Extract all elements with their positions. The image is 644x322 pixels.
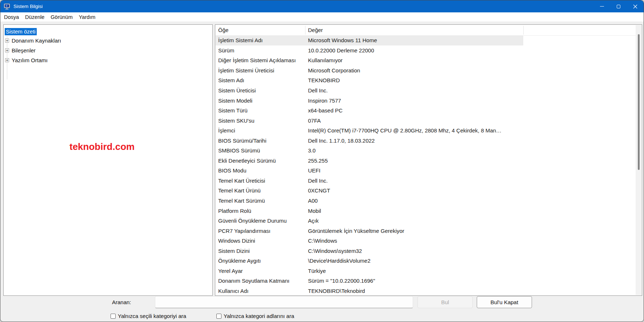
- category-tree-pane: Sistem özeti +Donanım Kaynakları+Bileşen…: [3, 24, 213, 296]
- table-row[interactable]: BIOS Sürümü/TarihiDell Inc. 1.17.0, 18.0…: [216, 135, 523, 146]
- table-row[interactable]: İşlemciIntel(R) Core(TM) i7-7700HQ CPU @…: [216, 126, 523, 136]
- row-item-label: Sürüm: [216, 47, 308, 53]
- checkbox-search-selected-category[interactable]: Yalnızca seçili kategoriyi ara: [111, 313, 186, 319]
- column-header-value[interactable]: Değer: [308, 27, 323, 33]
- table-row[interactable]: Kullanıcı AdıTEKNOBIRD\Teknobird: [216, 286, 523, 296]
- row-item-label: BIOS Modu: [216, 167, 308, 174]
- table-row[interactable]: Temel Kart SürümüA00: [216, 196, 523, 206]
- checkbox-search-category-names[interactable]: Yalnızca kategori adlarını ara: [216, 313, 294, 319]
- row-item-value: \Device\HarddiskVolume2: [308, 258, 373, 264]
- column-header-item[interactable]: Öğe: [218, 27, 228, 33]
- table-row[interactable]: Yerel AyarTürkiye: [216, 266, 523, 276]
- table-row[interactable]: Temel Kart Ürünü0XCNGT: [216, 186, 523, 196]
- table-row[interactable]: Sistem Türüx64-based PC: [216, 106, 523, 116]
- row-item-label: Temel Kart Ürünü: [216, 187, 308, 194]
- tree-item-sistem-ozeti[interactable]: Sistem özeti: [5, 28, 37, 35]
- row-item-label: PCR7 Yapılandırması: [216, 228, 308, 234]
- find-button[interactable]: Bul: [417, 296, 473, 308]
- table-row[interactable]: PCR7 YapılandırmasıGörüntülemek İçin Yük…: [216, 226, 523, 236]
- row-item-label: Sistem Adı: [216, 77, 308, 83]
- row-item-value: Açık: [308, 218, 321, 224]
- system-info-window: Sistem Bilgisi DosyaDüzenleGörünümYardım…: [0, 0, 644, 322]
- row-item-value: TEKNOBIRD\Teknobird: [308, 288, 367, 294]
- table-row[interactable]: Sistem DiziniC:\Windows\system32: [216, 246, 523, 256]
- table-row[interactable]: Temel Kart ÜreticisiDell Inc.: [216, 176, 523, 186]
- window-controls: [593, 0, 644, 12]
- row-item-label: Sistem Türü: [216, 107, 308, 114]
- row-item-value: Microsoft Corporation: [308, 67, 362, 73]
- scrollbar-thumb[interactable]: [638, 34, 640, 170]
- table-row[interactable]: Sistem SKU'su07FA: [216, 115, 523, 126]
- close-button[interactable]: [627, 0, 644, 12]
- expand-plus-icon[interactable]: +: [5, 39, 9, 43]
- maximize-button[interactable]: [610, 0, 627, 12]
- menu-item-dosya[interactable]: Dosya: [4, 14, 19, 20]
- row-item-value: A00: [308, 198, 320, 204]
- expand-plus-icon[interactable]: +: [5, 48, 9, 52]
- table-row[interactable]: Windows DiziniC:\Windows: [216, 236, 523, 246]
- vertical-scrollbar[interactable]: [636, 25, 641, 295]
- menu-item-duzenle[interactable]: Düzenle: [25, 14, 44, 20]
- detail-list-pane: Öğe Değer İşletim Sistemi AdıMicrosoft W…: [215, 24, 642, 296]
- table-row[interactable]: Sistem ÜreticisiDell Inc.: [216, 86, 523, 96]
- checkbox-label: Yalnızca seçili kategoriyi ara: [118, 313, 186, 319]
- row-item-label: Sistem Dizini: [216, 248, 308, 254]
- search-input[interactable]: [155, 296, 413, 308]
- table-row[interactable]: Önyükleme Aygıtı\Device\HarddiskVolume2: [216, 256, 523, 266]
- row-item-value: 3.0: [308, 147, 318, 154]
- table-row[interactable]: Güvenli Önyükleme DurumuAçık: [216, 216, 523, 226]
- selected-tree-item-label[interactable]: Sistem özeti: [5, 28, 37, 35]
- row-item-value: Mobil: [308, 208, 323, 214]
- window-title: Sistem Bilgisi: [13, 4, 43, 9]
- row-item-label: Ekli Denetleyici Sürümü: [216, 158, 308, 164]
- tree-item-label: Bileşenler: [12, 47, 36, 53]
- row-item-value: 07FA: [308, 118, 323, 124]
- row-item-label: Yerel Ayar: [216, 268, 308, 274]
- menu-item-yardim[interactable]: Yardım: [79, 14, 96, 20]
- row-item-label: Güvenli Önyükleme Durumu: [216, 218, 308, 224]
- table-row[interactable]: BIOS ModuUEFI: [216, 166, 523, 176]
- row-item-value: Inspiron 7577: [308, 98, 343, 104]
- table-row[interactable]: Sistem ModeliInspiron 7577: [216, 95, 523, 106]
- table-row[interactable]: SMBIOS Sürümü3.0: [216, 146, 523, 156]
- checkbox-label: Yalnızca kategori adlarını ara: [224, 313, 294, 319]
- checkbox-box-icon[interactable]: [111, 314, 116, 319]
- row-item-value: 0XCNGT: [308, 187, 332, 194]
- checkbox-box-icon[interactable]: [216, 314, 221, 319]
- row-item-label: İşletim Sistemi Adı: [216, 37, 308, 43]
- table-row[interactable]: İşletim Sistemi AdıMicrosoft Windows 11 …: [216, 35, 523, 45]
- table-row[interactable]: Ekli Denetleyici Sürümü255.255: [216, 156, 523, 166]
- row-item-value: Microsoft Windows 11 Home: [308, 37, 379, 43]
- row-item-value: x64-based PC: [308, 107, 345, 114]
- row-item-value: C:\Windows: [308, 238, 339, 244]
- column-separator[interactable]: [523, 26, 524, 35]
- table-row[interactable]: Donanım Soyutlama KatmanıSürüm = "10.0.2…: [216, 276, 523, 286]
- close-icon: [633, 4, 637, 9]
- row-item-value: 10.0.22000 Derleme 22000: [308, 47, 376, 53]
- tree-item-bilesenler[interactable]: +Bileşenler: [4, 45, 212, 55]
- row-item-label: Diğer İşletim Sistemi Açıklaması: [216, 57, 308, 63]
- tree-item-donanim-kaynaklari[interactable]: +Donanım Kaynakları: [4, 36, 212, 45]
- row-item-value: Sürüm = "10.0.22000.1696": [308, 278, 377, 284]
- menu-item-gorunum[interactable]: Görünüm: [51, 14, 72, 20]
- row-item-label: Temel Kart Sürümü: [216, 198, 308, 204]
- expand-plus-icon[interactable]: +: [5, 58, 9, 62]
- row-item-value: 255.255: [308, 158, 330, 164]
- row-item-value: TEKNOBIRD: [308, 77, 342, 83]
- row-item-value: Görüntülemek İçin Yükseltme Gerekiyor: [308, 228, 407, 234]
- tree-item-yazilim-ortami[interactable]: +Yazılım Ortamı: [4, 55, 212, 65]
- table-row[interactable]: Sürüm10.0.22000 Derleme 22000: [216, 45, 523, 56]
- row-item-value: C:\Windows\system32: [308, 248, 364, 254]
- close-find-button[interactable]: Bul'u Kapat: [477, 296, 532, 308]
- menubar: DosyaDüzenleGörünümYardım: [0, 12, 644, 21]
- table-row[interactable]: Diğer İşletim Sistemi AçıklamasıKullanıl…: [216, 55, 523, 65]
- table-row[interactable]: Sistem AdıTEKNOBIRD: [216, 75, 523, 86]
- column-separator[interactable]: [305, 26, 305, 35]
- table-row[interactable]: İşletim Sistemi ÜreticisiMicrosoft Corpo…: [216, 65, 523, 76]
- category-tree: Sistem özeti +Donanım Kaynakları+Bileşen…: [4, 25, 212, 295]
- row-item-label: İşlemci: [216, 127, 308, 134]
- titlebar: Sistem Bilgisi: [0, 0, 644, 12]
- minimize-button[interactable]: [593, 0, 610, 12]
- tree-item-label: Yazılım Ortamı: [12, 57, 48, 63]
- table-row[interactable]: Platform RolüMobil: [216, 206, 523, 216]
